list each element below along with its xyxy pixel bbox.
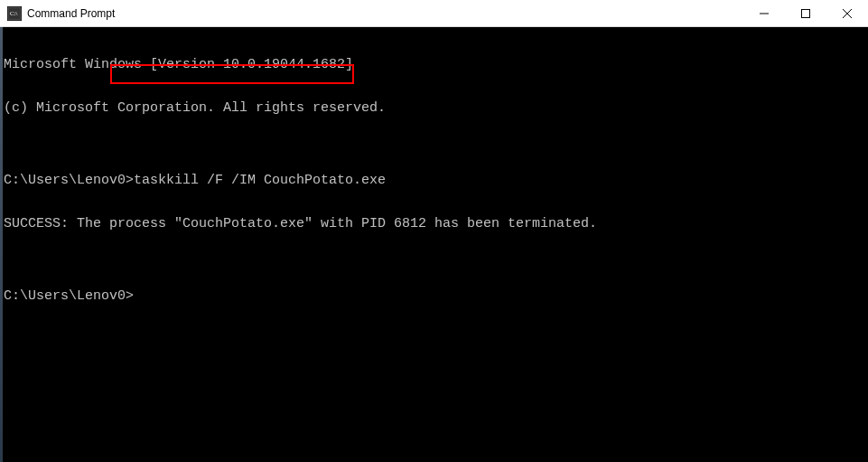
prompt-prefix: C:\Users\Lenov0>: [4, 173, 134, 188]
success-line: SUCCESS: The process "CouchPotato.exe" w…: [4, 217, 864, 231]
terminal-area[interactable]: Microsoft Windows [Version 10.0.19044.16…: [0, 27, 868, 462]
window-title: Command Prompt: [27, 7, 743, 20]
maximize-button[interactable]: [785, 0, 826, 26]
command-line-2[interactable]: C:\Users\Lenov0>: [4, 289, 864, 304]
left-window-edge: [0, 27, 3, 462]
command-line-1: C:\Users\Lenov0>taskkill /F /IM CouchPot…: [4, 174, 864, 188]
copyright-line: (c) Microsoft Corporation. All rights re…: [4, 101, 864, 116]
cmd-icon: C:\: [7, 6, 22, 21]
command-prompt-window: C:\ Command Prompt Microsoft Windows [Ve…: [0, 0, 868, 462]
minimize-button[interactable]: [743, 0, 785, 26]
titlebar[interactable]: C:\ Command Prompt: [0, 0, 868, 27]
version-line: Microsoft Windows [Version 10.0.19044.16…: [4, 58, 864, 72]
close-button[interactable]: [826, 0, 868, 26]
svg-rect-4: [802, 9, 810, 17]
command-text: taskkill /F /IM CouchPotato.exe: [134, 173, 386, 188]
prompt-prefix-2: C:\Users\Lenov0>: [4, 288, 134, 304]
window-controls: [743, 0, 868, 26]
svg-text:C:\: C:\: [10, 10, 18, 17]
